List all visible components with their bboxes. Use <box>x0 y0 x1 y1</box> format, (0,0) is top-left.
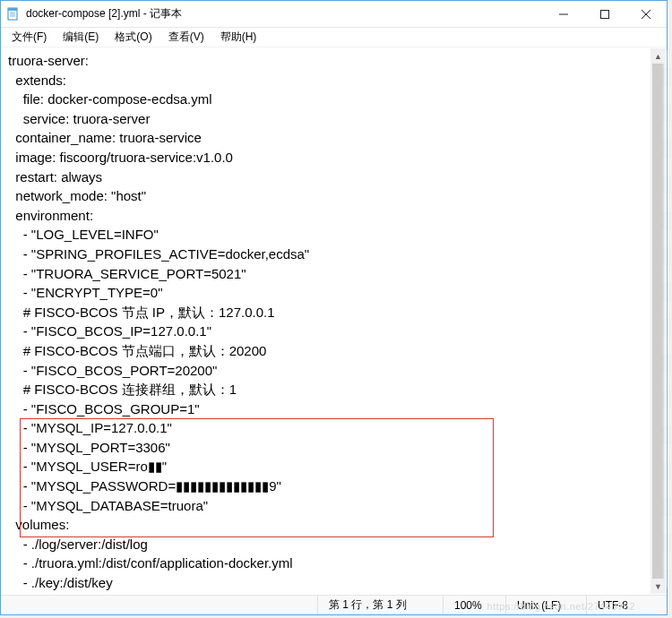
svg-rect-6 <box>601 10 609 18</box>
status-zoom: 100% <box>443 596 505 614</box>
window-title: docker-compose [2].yml - 记事本 <box>26 6 543 21</box>
status-bar: 第 1 行，第 1 列 100% Unix (LF) UTF-8 <box>1 595 667 614</box>
window-controls <box>543 1 667 27</box>
background-strip <box>662 50 671 588</box>
svg-rect-1 <box>8 8 17 11</box>
status-line-ending: Unix (LF) <box>505 596 586 614</box>
maximize-button[interactable] <box>584 1 625 27</box>
minimize-button[interactable] <box>543 1 584 27</box>
document-text[interactable]: truora-server: extends: file: docker-com… <box>1 47 667 594</box>
menu-bar: 文件(F) 编辑(E) 格式(O) 查看(V) 帮助(H) <box>1 28 667 47</box>
menu-edit[interactable]: 编辑(E) <box>56 28 106 47</box>
close-button[interactable] <box>625 1 667 27</box>
menu-view[interactable]: 查看(V) <box>161 28 211 47</box>
menu-file[interactable]: 文件(F) <box>4 28 54 47</box>
notepad-window: docker-compose [2].yml - 记事本 文件(F) 编辑(E)… <box>0 0 668 615</box>
status-encoding: UTF-8 <box>586 596 667 614</box>
menu-help[interactable]: 帮助(H) <box>213 28 264 47</box>
text-editor-area[interactable]: truora-server: extends: file: docker-com… <box>1 47 667 594</box>
status-position: 第 1 行，第 1 列 <box>317 596 443 614</box>
title-bar[interactable]: docker-compose [2].yml - 记事本 <box>1 1 667 28</box>
app-icon <box>6 7 21 21</box>
menu-format[interactable]: 格式(O) <box>108 28 159 47</box>
